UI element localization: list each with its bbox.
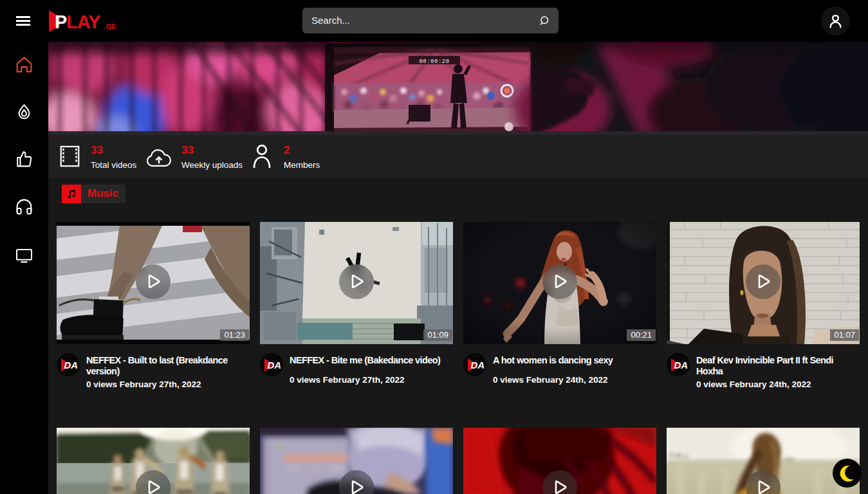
svg-text:.GE: .GE — [104, 23, 116, 30]
svg-text:LAY: LAY — [66, 12, 100, 32]
svg-text:DA: DA — [674, 360, 688, 370]
svg-text:P: P — [55, 12, 67, 32]
svg-text:00:00:20: 00:00:20 — [419, 59, 449, 65]
svg-text:DA: DA — [64, 360, 78, 370]
svg-text:DA: DA — [268, 360, 282, 370]
svg-text:DA: DA — [471, 360, 485, 370]
